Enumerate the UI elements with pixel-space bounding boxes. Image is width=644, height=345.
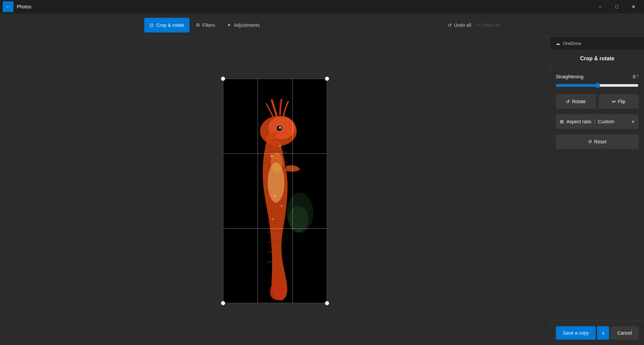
filters-icon: ⧉: [196, 22, 200, 28]
svg-point-14: [288, 206, 309, 232]
save-copy-button[interactable]: Save a copy: [556, 326, 596, 340]
cancel-button[interactable]: Cancel: [610, 326, 639, 340]
aspect-ratio-label: Aspect ratio: [567, 119, 591, 124]
app-title: Photos: [17, 4, 32, 9]
straightening-value: 0 °: [633, 74, 639, 79]
crop-rotate-tab[interactable]: ⊡ Crop & rotate: [144, 18, 190, 32]
aspect-ratio-separator: :: [594, 119, 595, 124]
rotate-icon: ↺: [566, 99, 570, 104]
adjustments-icon: ✦: [227, 22, 231, 28]
flip-icon: ⇌: [612, 99, 616, 104]
onedrive-icon: ☁: [556, 41, 560, 46]
aspect-ratio-button[interactable]: ⊞ Aspect ratio : Custom ∨: [556, 114, 639, 129]
panel-bottom: Save a copy ∨ Cancel: [550, 321, 644, 345]
aspect-ratio-value: Custom: [598, 119, 614, 124]
redo-all-icon: ↻: [477, 22, 481, 28]
straightening-label-row: Straightening 0 °: [556, 74, 639, 79]
svg-point-9: [279, 145, 281, 147]
canvas-area: [0, 37, 550, 345]
straightening-slider-container[interactable]: [556, 82, 639, 89]
rotate-button[interactable]: ↺ Rotate: [556, 94, 596, 109]
corner-handle-tr[interactable]: [325, 77, 329, 81]
crop-rotate-icon: ⊡: [150, 22, 154, 28]
redo-all-label: Redo all: [483, 22, 500, 28]
flip-button[interactable]: ⇌ Flip: [599, 94, 639, 109]
title-bar-controls: − □ ✕: [592, 1, 641, 12]
svg-point-10: [274, 195, 276, 197]
back-icon: ←: [5, 4, 11, 10]
save-dropdown-icon: ∨: [602, 331, 605, 336]
aspect-ratio-icon: ⊞: [560, 119, 564, 124]
corner-handle-tl[interactable]: [221, 77, 225, 81]
reset-button[interactable]: ↺ Reset: [556, 134, 639, 149]
crop-rotate-label: Crop & rotate: [156, 22, 184, 28]
flip-label: Flip: [618, 99, 626, 104]
filters-tab[interactable]: ⧉ Filters: [191, 18, 220, 32]
svg-point-8: [270, 155, 273, 157]
side-panel: ☁ OneDrive Crop & rotate Straightening 0…: [550, 37, 644, 345]
undo-all-icon: ↺: [448, 22, 452, 28]
back-button[interactable]: ←: [3, 1, 13, 12]
rotate-label: Rotate: [572, 99, 586, 104]
adjustments-tab[interactable]: ✦ Adjustments: [222, 18, 265, 32]
panel-content: Straightening 0 ° ↺ Rotate ⇌ Flip: [550, 67, 644, 321]
onedrive-label: OneDrive: [563, 41, 581, 46]
corner-handle-bl[interactable]: [221, 301, 225, 305]
redo-all-button[interactable]: ↻ Redo all: [477, 22, 500, 28]
rotate-flip-buttons: ↺ Rotate ⇌ Flip: [556, 94, 639, 109]
straightening-section: Straightening 0 °: [556, 74, 639, 89]
aspect-ratio-chevron-icon: ∨: [632, 119, 635, 124]
toolbar-actions: ↺ Undo all ↻ Redo all: [448, 22, 500, 28]
undo-all-button[interactable]: ↺ Undo all: [448, 22, 471, 28]
onedrive-header: ☁ OneDrive: [550, 37, 644, 50]
adjustments-label: Adjustments: [234, 22, 260, 28]
image-canvas: [223, 79, 327, 303]
save-copy-dropdown-button[interactable]: ∨: [597, 326, 609, 340]
straightening-slider[interactable]: [556, 83, 639, 88]
reset-label: Reset: [594, 139, 606, 144]
svg-point-12: [272, 218, 274, 220]
undo-all-label: Undo all: [454, 22, 471, 28]
corner-handle-br[interactable]: [325, 301, 329, 305]
svg-point-7: [279, 127, 281, 129]
crop-container[interactable]: [223, 79, 327, 303]
filters-label: Filters: [202, 22, 215, 28]
reset-icon: ↺: [588, 139, 592, 144]
maximize-button[interactable]: □: [609, 1, 625, 12]
panel-title: Crop & rotate: [550, 50, 644, 67]
main-area: ☁ OneDrive Crop & rotate Straightening 0…: [0, 37, 644, 345]
minimize-button[interactable]: −: [592, 1, 608, 12]
title-bar-left: ← Photos: [3, 1, 32, 12]
straightening-label: Straightening: [556, 74, 584, 79]
title-bar: ← Photos − □ ✕: [0, 0, 644, 13]
svg-point-11: [281, 205, 283, 207]
toolbar: ⊡ Crop & rotate ⧉ Filters ✦ Adjustments …: [0, 13, 644, 37]
close-button[interactable]: ✕: [626, 1, 641, 12]
seahorse-image: [223, 79, 327, 303]
